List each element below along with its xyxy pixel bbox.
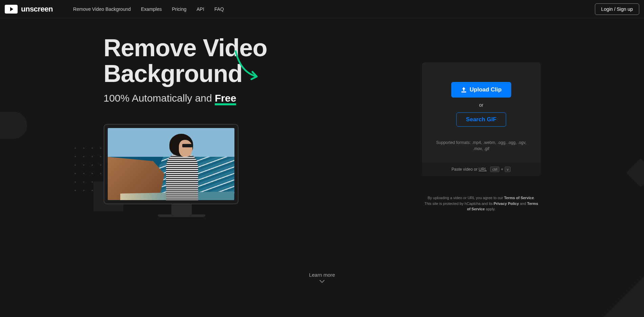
- svg-point-13: [100, 164, 101, 166]
- logo[interactable]: unscreen: [5, 5, 53, 14]
- svg-point-8: [100, 156, 101, 157]
- header: unscreen Remove Video Background Example…: [0, 0, 644, 18]
- monitor-base: [158, 214, 205, 217]
- svg-point-5: [75, 156, 76, 157]
- privacy-policy-link[interactable]: Privacy Policy: [494, 202, 519, 206]
- learn-more-label: Learn more: [309, 272, 335, 278]
- nav-remove-video-background[interactable]: Remove Video Background: [73, 6, 131, 12]
- upload-clip-label: Upload Clip: [470, 86, 501, 93]
- logo-text: unscreen: [21, 5, 53, 14]
- svg-point-22: [91, 181, 93, 183]
- svg-point-0: [75, 147, 76, 149]
- decorative-triangle: [603, 276, 644, 317]
- svg-point-21: [83, 181, 84, 183]
- svg-point-10: [75, 164, 76, 166]
- svg-point-15: [75, 173, 76, 174]
- svg-point-17: [91, 173, 93, 174]
- svg-point-11: [83, 164, 84, 166]
- kbd-ctrl: ctrl: [490, 167, 499, 172]
- svg-point-20: [75, 181, 76, 183]
- upload-panel: Upload Clip or Search GIF Supported form…: [422, 35, 541, 217]
- svg-point-3: [100, 147, 101, 149]
- paste-hint: Paste video or URL ctrl + v: [422, 163, 541, 176]
- demo-preview: [104, 124, 259, 217]
- monitor-stand: [171, 204, 192, 214]
- kbd-plus: +: [500, 167, 504, 172]
- svg-point-1: [83, 147, 84, 149]
- subtitle-free: Free: [215, 93, 236, 105]
- terms-of-service-link[interactable]: Terms of Service: [504, 196, 534, 200]
- subtitle-prefix: 100% Automatically and: [104, 92, 215, 104]
- curved-arrow-icon: [234, 49, 264, 83]
- login-button[interactable]: Login / Sign up: [595, 3, 639, 15]
- hero: Remove Video Background 100% Automatical…: [0, 18, 644, 217]
- svg-point-18: [100, 173, 101, 174]
- svg-point-27: [91, 190, 93, 191]
- svg-point-26: [83, 190, 84, 191]
- legal-part-3: and: [519, 202, 527, 206]
- nav-api[interactable]: API: [196, 6, 204, 12]
- demo-video-still: [108, 128, 234, 200]
- paste-prefix: Paste video or: [452, 167, 479, 172]
- nav-pricing[interactable]: Pricing: [172, 6, 186, 12]
- legal-part-1: By uploading a video or URL you agree to…: [428, 196, 504, 200]
- legal-text: By uploading a video or URL you agree to…: [422, 195, 541, 212]
- demo-frame: [104, 124, 238, 204]
- svg-point-25: [75, 190, 76, 191]
- upload-card: Upload Clip or Search GIF Supported form…: [422, 62, 541, 176]
- page-subtitle: 100% Automatically and Free: [104, 92, 381, 105]
- svg-point-2: [91, 147, 93, 149]
- upload-clip-button[interactable]: Upload Clip: [451, 82, 511, 98]
- title-line-2: Background: [104, 60, 243, 87]
- supported-formats: Supported formats: .mp4, .webm, .ogg, .o…: [434, 140, 528, 152]
- svg-point-7: [91, 156, 93, 157]
- learn-more-button[interactable]: Learn more: [309, 272, 335, 283]
- play-icon: [5, 5, 18, 14]
- svg-point-16: [83, 173, 84, 174]
- svg-point-6: [83, 156, 84, 157]
- or-divider: or: [479, 102, 483, 108]
- chevron-down-icon: [319, 280, 325, 283]
- main-nav: Remove Video Background Examples Pricing…: [73, 6, 224, 12]
- nav-examples[interactable]: Examples: [141, 6, 162, 12]
- search-gif-button[interactable]: Search GIF: [456, 112, 506, 127]
- url-link[interactable]: URL: [479, 167, 487, 172]
- legal-part-4: apply.: [485, 207, 496, 211]
- nav-faq[interactable]: FAQ: [214, 6, 224, 12]
- svg-point-12: [91, 164, 93, 166]
- kbd-v: v: [505, 167, 511, 172]
- upload-icon: [461, 87, 467, 92]
- header-left: unscreen Remove Video Background Example…: [5, 5, 224, 14]
